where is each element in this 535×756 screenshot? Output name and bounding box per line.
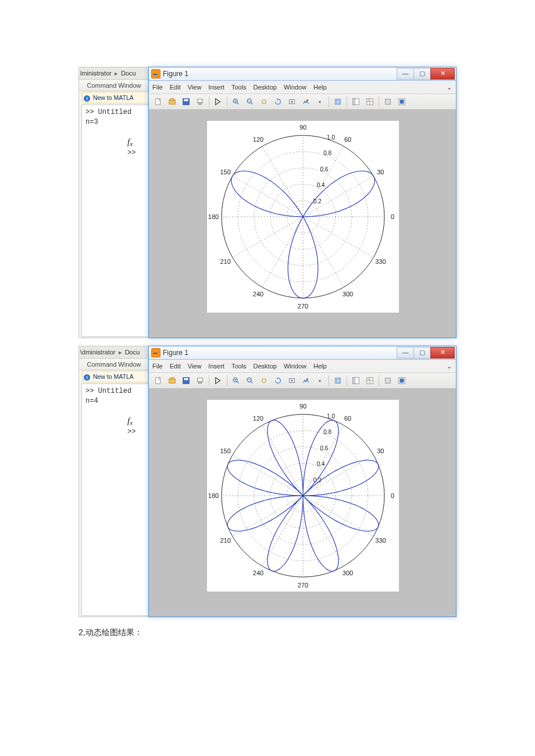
svg-text:180: 180 bbox=[208, 492, 219, 499]
command-window-title: Command Window bbox=[79, 80, 149, 91]
svg-text:270: 270 bbox=[298, 582, 308, 589]
info-icon: i bbox=[84, 95, 90, 102]
toolbar-button-2[interactable] bbox=[180, 95, 192, 108]
path-breadcrumb[interactable]: lministrator ▸ Docu bbox=[79, 67, 151, 80]
command-window[interactable]: >> Untitled n=3 fx >> bbox=[81, 105, 157, 337]
toolbar-button-17[interactable] bbox=[349, 95, 362, 108]
toolbar-button-5[interactable] bbox=[212, 374, 224, 387]
svg-rect-64 bbox=[184, 378, 188, 381]
figure-window: Figure 1 — ▢ ✕ FileEditViewInsertToolsDe… bbox=[148, 346, 456, 617]
toolbar-button-5[interactable] bbox=[212, 95, 224, 108]
menu-view[interactable]: View bbox=[188, 363, 202, 370]
toolbar-button-3[interactable] bbox=[194, 95, 206, 108]
toolbar-button-7[interactable] bbox=[230, 95, 242, 108]
toolbar-separator bbox=[209, 375, 209, 386]
toolbar-button-20[interactable] bbox=[381, 374, 394, 387]
menu-edit[interactable]: Edit bbox=[170, 363, 181, 370]
menu-insert[interactable]: Insert bbox=[208, 363, 224, 370]
toolbar-button-11[interactable] bbox=[286, 374, 298, 387]
titlebar[interactable]: Figure 1 — ▢ ✕ bbox=[149, 346, 456, 360]
menu-insert[interactable]: Insert bbox=[208, 84, 224, 91]
toolbar-button-8[interactable] bbox=[244, 95, 256, 108]
toolbar-button-9[interactable] bbox=[258, 374, 270, 387]
toolbar-button-13[interactable]: ▾ bbox=[313, 95, 326, 108]
toolbar-button-15[interactable] bbox=[331, 374, 344, 387]
menu-file[interactable]: File bbox=[152, 84, 163, 91]
prompt-text: >> bbox=[127, 428, 135, 436]
svg-text:210: 210 bbox=[220, 537, 230, 544]
toolbar-button-7[interactable] bbox=[230, 374, 242, 387]
svg-text:240: 240 bbox=[253, 291, 263, 298]
menu-window[interactable]: Window bbox=[284, 363, 306, 370]
toolbar-button-15[interactable] bbox=[331, 95, 344, 108]
svg-line-43 bbox=[233, 176, 303, 217]
screenshot-pane: \dministrator ▸ Docu Command Window i Ne… bbox=[79, 346, 456, 616]
toolbar-button-9[interactable] bbox=[258, 95, 270, 108]
menu-tools[interactable]: Tools bbox=[231, 84, 247, 91]
breadcrumb-seg: lministrator bbox=[80, 70, 112, 77]
toolbar-button-20[interactable] bbox=[381, 95, 394, 108]
figure-toolbar: ▾ bbox=[149, 94, 456, 110]
toolbar-button-17[interactable] bbox=[349, 374, 362, 387]
toolbar-separator bbox=[329, 375, 329, 386]
breadcrumb-seg: \dministrator bbox=[80, 349, 116, 356]
close-button[interactable]: ✕ bbox=[430, 68, 455, 80]
menu-window[interactable]: Window bbox=[284, 84, 306, 91]
menu-chevron-icon[interactable]: ⌄ bbox=[447, 84, 454, 91]
toolbar-separator bbox=[329, 96, 329, 107]
svg-text:300: 300 bbox=[343, 569, 353, 576]
breadcrumb-seg: Docu bbox=[125, 349, 140, 356]
new-to-matlab-banner[interactable]: i New to MATLA bbox=[82, 92, 150, 103]
toolbar-button-12[interactable] bbox=[299, 95, 312, 108]
fx-icon[interactable]: fx bbox=[127, 416, 133, 425]
toolbar-button-10[interactable] bbox=[272, 95, 284, 108]
minimize-button[interactable]: — bbox=[397, 347, 414, 359]
menu-desktop[interactable]: Desktop bbox=[254, 84, 277, 91]
banner-text: New to MATLA bbox=[93, 373, 134, 380]
toolbar-button-13[interactable]: ▾ bbox=[313, 374, 326, 387]
menu-view[interactable]: View bbox=[188, 84, 202, 91]
svg-text:270: 270 bbox=[298, 303, 308, 310]
minimize-button[interactable]: — bbox=[397, 68, 414, 80]
menu-help[interactable]: Help bbox=[313, 363, 327, 370]
svg-text:1.0: 1.0 bbox=[327, 413, 335, 420]
menu-file[interactable]: File bbox=[152, 363, 163, 370]
svg-line-49 bbox=[262, 217, 303, 287]
titlebar[interactable]: Figure 1 — ▢ ✕ bbox=[149, 67, 456, 81]
menu-desktop[interactable]: Desktop bbox=[254, 363, 277, 370]
menu-tools[interactable]: Tools bbox=[231, 363, 247, 370]
svg-text:30: 30 bbox=[377, 169, 384, 175]
maximize-button[interactable]: ▢ bbox=[413, 347, 431, 359]
path-breadcrumb[interactable]: \dministrator ▸ Docu bbox=[79, 346, 151, 359]
toolbar-button-3[interactable] bbox=[194, 374, 206, 387]
toolbar-button-0[interactable] bbox=[152, 374, 165, 387]
menu-chevron-icon[interactable]: ⌄ bbox=[447, 363, 454, 370]
toolbar-button-1[interactable] bbox=[166, 374, 179, 387]
toolbar-button-12[interactable] bbox=[299, 374, 312, 387]
cmd-prompt[interactable]: fx >> bbox=[85, 406, 153, 447]
command-window[interactable]: >> Untitled n=4 fx >> bbox=[81, 384, 157, 616]
toolbar-button-21[interactable] bbox=[395, 95, 408, 108]
svg-rect-17 bbox=[336, 100, 339, 103]
toolbar-button-18[interactable] bbox=[363, 95, 376, 108]
toolbar-button-10[interactable] bbox=[272, 374, 284, 387]
toolbar-button-1[interactable] bbox=[166, 95, 179, 108]
svg-text:90: 90 bbox=[299, 403, 306, 410]
svg-rect-66 bbox=[198, 382, 201, 384]
toolbar-button-21[interactable] bbox=[395, 374, 408, 387]
fx-icon[interactable]: fx bbox=[127, 137, 133, 146]
menu-help[interactable]: Help bbox=[313, 84, 327, 91]
toolbar-button-11[interactable] bbox=[286, 95, 298, 108]
toolbar-button-0[interactable] bbox=[152, 95, 165, 108]
menu-edit[interactable]: Edit bbox=[170, 84, 181, 91]
svg-text:1.0: 1.0 bbox=[327, 134, 335, 141]
maximize-button[interactable]: ▢ bbox=[413, 68, 431, 80]
toolbar-button-18[interactable] bbox=[363, 374, 376, 387]
close-button[interactable]: ✕ bbox=[430, 347, 455, 359]
svg-text:60: 60 bbox=[344, 136, 351, 143]
toolbar-button-2[interactable] bbox=[180, 374, 192, 387]
toolbar-button-8[interactable] bbox=[244, 374, 256, 387]
new-to-matlab-banner[interactable]: i New to MATLA bbox=[82, 371, 150, 382]
cmd-prompt[interactable]: fx >> bbox=[85, 127, 153, 168]
toolbar-separator bbox=[347, 96, 347, 107]
